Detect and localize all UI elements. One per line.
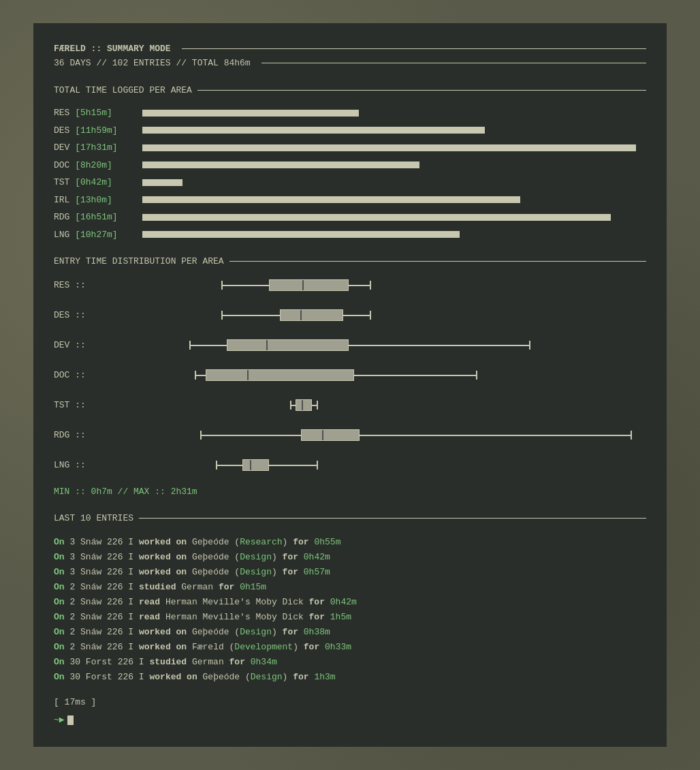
entries-section-title: LAST 10 ENTRIES (54, 512, 133, 525)
iqr-box (280, 309, 344, 322)
area: Research (240, 537, 282, 547)
area: Design (240, 552, 272, 562)
verb: read (139, 597, 160, 607)
project: Geþeóde (192, 567, 229, 577)
bar-fill (142, 110, 359, 117)
box-label: RES :: (54, 279, 115, 292)
box-plot-row: DEV :: (54, 338, 646, 353)
box-plot-row: RES :: (54, 278, 646, 293)
bar-label: TST [0h42m] (54, 176, 142, 189)
area: Design (251, 672, 283, 682)
whisker-left-cap (195, 371, 196, 380)
bar-chart: RES [5h15m]DES [11h59m]DEV [17h31m]DOC [… (54, 106, 646, 241)
box-section-header: ENTRY TIME DISTRIBUTION PER AREA (54, 255, 646, 268)
box-section-title: ENTRY TIME DISTRIBUTION PER AREA (54, 255, 224, 268)
bar-label: DES [11h59m] (54, 124, 142, 138)
entry-date: 2 Snáw 226 (69, 642, 123, 652)
median-line (247, 370, 249, 381)
duration: 0h38m (304, 627, 330, 637)
for-keyword: for (309, 612, 325, 622)
project: Færeld (192, 642, 224, 652)
duration: 0h57m (304, 567, 330, 577)
bar-row: TST [0h42m] (54, 176, 646, 189)
box-track (115, 368, 646, 383)
on-keyword: On (54, 537, 65, 547)
area-paren: ( (234, 537, 240, 547)
bar-label: RDG [16h51m] (54, 211, 142, 224)
for-keyword: for (293, 672, 308, 682)
bar-track (142, 161, 646, 168)
bar-row: DEV [17h31m] (54, 141, 646, 155)
bar-fill (142, 179, 182, 186)
entry-date: 2 Snáw 226 (69, 597, 123, 607)
entry-date: 3 Snáw 226 (69, 567, 123, 577)
box-label: LNG :: (54, 459, 115, 472)
bar-track (142, 110, 646, 117)
area-paren: ( (234, 552, 240, 562)
for-keyword: for (283, 627, 298, 637)
list-item: On 2 Snáw 226 I read Herman Meville's Mo… (54, 595, 646, 610)
bar-fill (142, 127, 485, 134)
box-label: RDG :: (54, 429, 115, 442)
project: Geþeóde (192, 537, 229, 547)
bar-track (142, 196, 646, 203)
box-plot-row: DES :: (54, 308, 646, 323)
project: German (192, 657, 224, 667)
prep: on (176, 537, 187, 547)
area: Design (240, 627, 272, 637)
box-label: DES :: (54, 309, 115, 322)
list-item: On 3 Snáw 226 I worked on Geþeóde (Desig… (54, 550, 646, 565)
whisker-left-cap (221, 281, 223, 290)
bar-track (142, 179, 646, 186)
verb: worked (149, 672, 181, 682)
entry-date: 3 Snáw 226 (69, 537, 123, 547)
box-plot-row: LNG :: (54, 458, 646, 473)
duration: 0h42m (304, 552, 330, 562)
list-item: On 3 Snáw 226 I worked on Geþeóde (Desig… (54, 565, 646, 580)
bar-track (142, 214, 646, 221)
for-keyword: for (304, 642, 319, 652)
whisker-right-cap (370, 281, 371, 290)
entry-date: 30 Forst 226 (69, 672, 133, 682)
on-keyword: On (54, 612, 65, 622)
box-track (115, 428, 646, 443)
whisker-right-cap (317, 401, 318, 410)
entry-date: 30 Forst 226 (69, 657, 133, 667)
bar-track (142, 144, 646, 151)
iqr-box (269, 279, 349, 292)
entries-section-header: LAST 10 ENTRIES (54, 512, 646, 525)
whisker-right-cap (631, 431, 632, 440)
bar-fill (142, 196, 520, 203)
whisker-left-cap (216, 461, 217, 469)
list-item: On 2 Snáw 226 I worked on Færeld (Develo… (54, 640, 646, 655)
bar-row: DOC [8h20m] (54, 159, 646, 172)
summary-stats: 36 DAYS // 102 ENTRIES // TOTAL 84h6m (54, 57, 251, 70)
project: Herman Meville's Moby Dick (165, 612, 304, 622)
bar-row: IRL [13h0m] (54, 194, 646, 207)
bar-fill (142, 214, 611, 221)
duration: 0h15m (240, 582, 266, 592)
bar-fill (142, 161, 419, 168)
bar-section-title: TOTAL TIME LOGGED PER AREA (54, 84, 192, 97)
on-keyword: On (54, 552, 65, 562)
bar-row: RES [5h15m] (54, 106, 646, 120)
verb: studied (139, 582, 176, 592)
for-keyword: for (283, 552, 298, 562)
box-track (115, 398, 646, 413)
verb: worked (139, 642, 171, 652)
timing-line: [ 17ms ] (54, 696, 646, 709)
project: German (181, 582, 213, 592)
median-line (300, 310, 302, 321)
subtitle-line: 36 DAYS // 102 ENTRIES // TOTAL 84h6m (54, 57, 646, 70)
list-item: On 30 Forst 226 I worked on Geþeóde (Des… (54, 670, 646, 685)
prep: on (176, 567, 187, 577)
entry-date: 2 Snáw 226 (69, 612, 123, 622)
for-keyword: for (229, 657, 245, 667)
box-label: TST :: (54, 399, 115, 412)
iqr-box (227, 339, 349, 352)
list-item: On 2 Snáw 226 I read Herman Meville's Mo… (54, 610, 646, 625)
area: Development (234, 642, 293, 652)
for-keyword: for (219, 582, 234, 592)
area-paren: ( (234, 627, 240, 637)
duration: 1h3m (314, 672, 335, 682)
